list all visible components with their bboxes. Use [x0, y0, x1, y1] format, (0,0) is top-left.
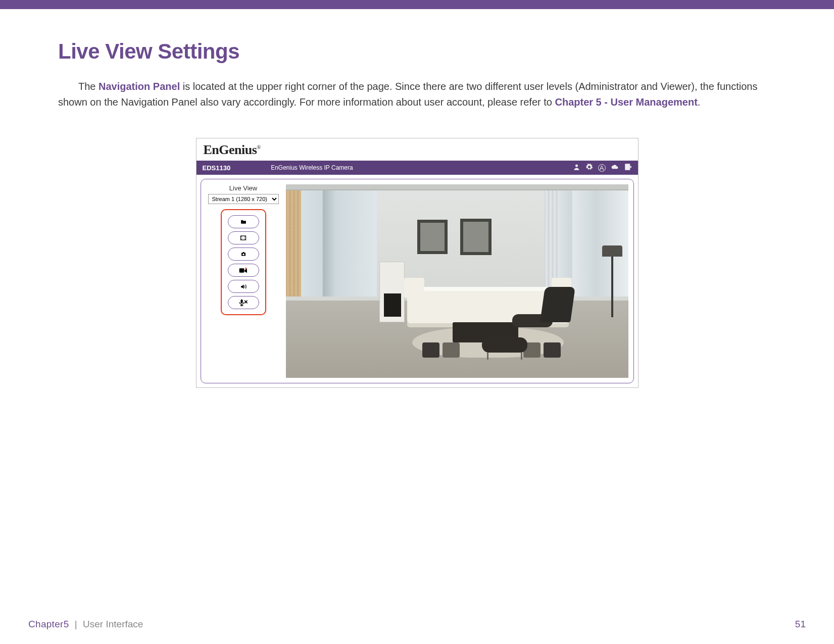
- svg-rect-4: [239, 268, 244, 272]
- page-content: Live View Settings The Navigation Panel …: [0, 9, 834, 388]
- video-stream-area[interactable]: [286, 184, 628, 378]
- room-scene: [286, 184, 628, 378]
- circle-a-icon[interactable]: A: [598, 164, 606, 172]
- svg-rect-6: [240, 300, 242, 304]
- footer-left: Chapter5 | User Interface: [28, 619, 143, 630]
- document-top-bar: [0, 0, 834, 9]
- cloud-icon[interactable]: [611, 163, 619, 172]
- logo-text: EnGenius: [204, 142, 257, 157]
- record-icon: [239, 267, 248, 274]
- para-text-c: .: [698, 96, 701, 108]
- logo-row: EnGenius®: [197, 138, 638, 161]
- audio-button[interactable]: [228, 280, 259, 293]
- footer-separator: |: [75, 619, 77, 629]
- control-buttons-highlight: [221, 209, 266, 315]
- page-number: 51: [795, 619, 806, 630]
- footer-section: User Interface: [83, 619, 143, 629]
- live-view-sidebar: Live View Stream 1 (1280 x 720): [208, 184, 279, 378]
- speaker-icon: [239, 283, 248, 290]
- stream-select[interactable]: Stream 1 (1280 x 720): [208, 194, 279, 204]
- snapshot-button[interactable]: [228, 247, 259, 261]
- navigation-panel-term: Navigation Panel: [99, 81, 180, 92]
- page-title: Live View Settings: [58, 39, 776, 64]
- svg-point-5: [245, 267, 247, 269]
- engenius-logo: EnGenius®: [204, 142, 261, 158]
- mic-mute-icon: [239, 299, 248, 306]
- svg-point-3: [242, 254, 244, 256]
- registered-mark: ®: [257, 144, 261, 150]
- main-panel: Live View Stream 1 (1280 x 720): [201, 179, 634, 383]
- open-folder-button[interactable]: [228, 215, 259, 228]
- intro-paragraph: The Navigation Panel is located at the u…: [58, 79, 776, 110]
- user-icon[interactable]: [573, 163, 580, 172]
- fullscreen-icon: [239, 235, 247, 241]
- camera-ui-screenshot: EnGenius® EDS1130 EnGenius Wireless IP C…: [196, 138, 639, 388]
- logout-icon[interactable]: [624, 163, 632, 172]
- record-button[interactable]: [228, 264, 259, 277]
- camera-icon: [239, 251, 248, 257]
- chapter5-link[interactable]: Chapter 5 - User Management: [555, 96, 698, 108]
- para-text-a: The: [78, 81, 99, 92]
- footer-chapter: Chapter5: [28, 619, 69, 629]
- model-label: EDS1130: [203, 164, 231, 172]
- fullscreen-button[interactable]: [228, 231, 259, 244]
- folder-icon: [239, 219, 248, 225]
- header-bar: EDS1130 EnGenius Wireless IP Camera A: [197, 161, 638, 175]
- svg-point-0: [575, 165, 578, 167]
- page-footer: Chapter5 | User Interface 51: [28, 619, 806, 630]
- mic-mute-button[interactable]: [228, 296, 259, 309]
- product-name: EnGenius Wireless IP Camera: [271, 164, 572, 171]
- navigation-panel: A: [573, 163, 632, 172]
- gear-icon[interactable]: [585, 163, 593, 172]
- embedded-screenshot-wrap: EnGenius® EDS1130 EnGenius Wireless IP C…: [58, 138, 776, 388]
- live-view-label: Live View: [208, 184, 279, 192]
